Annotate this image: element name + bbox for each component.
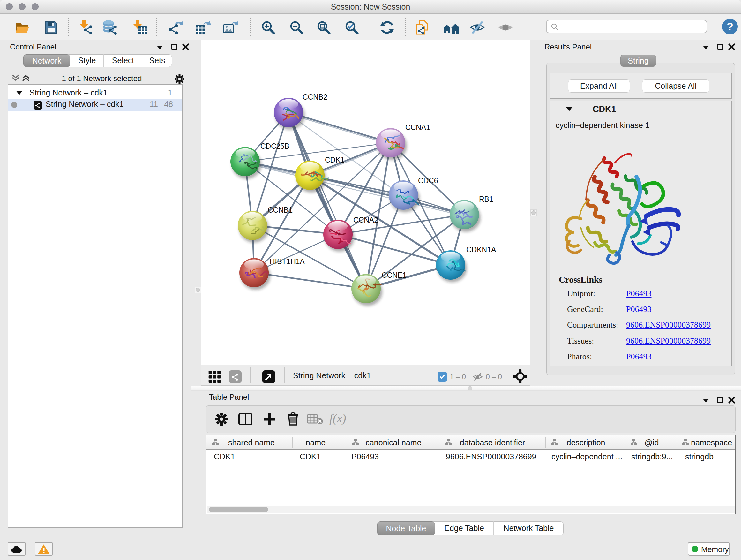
svg-text:RB1: RB1 <box>479 195 493 203</box>
svg-text:CDC6: CDC6 <box>418 177 438 185</box>
svg-text:CCNB2: CCNB2 <box>302 93 327 101</box>
svg-text:CDKN1A: CDKN1A <box>466 246 496 254</box>
svg-text:CCNA1: CCNA1 <box>405 123 430 132</box>
svg-text:HIST1H1A: HIST1H1A <box>270 257 305 266</box>
svg-text:CDC25B: CDC25B <box>260 142 289 150</box>
svg-text:CCNA2: CCNA2 <box>353 216 378 224</box>
svg-text:CDK1: CDK1 <box>325 156 344 164</box>
svg-text:CCNB1: CCNB1 <box>268 206 293 214</box>
svg-text:CCNE1: CCNE1 <box>382 271 407 279</box>
